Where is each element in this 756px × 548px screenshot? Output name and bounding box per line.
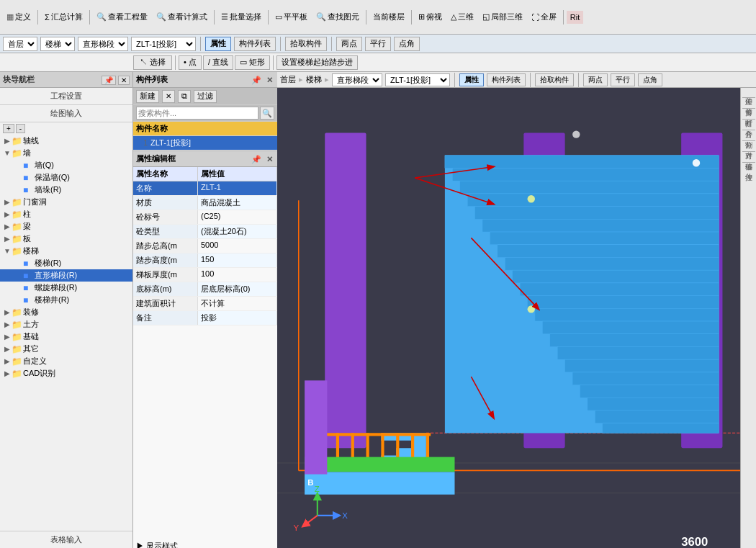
drawing-input[interactable]: 绘图输入 [0, 105, 132, 122]
btn-pick[interactable]: 拾取构件 [285, 37, 327, 51]
segment-select[interactable]: 直形梯段 [78, 37, 128, 51]
toolbar-btn-define[interactable]: ▦ 定义 [3, 9, 35, 24]
tree-item-straight-r[interactable]: ■ 直形梯段(R) [0, 269, 132, 282]
prop-row-1[interactable]: 材质 商品混凝土 [133, 196, 277, 210]
tree-item-slab[interactable]: ▶ 📁 板 [0, 233, 132, 245]
btn-line[interactable]: / 直线 [203, 55, 233, 70]
btn-two-point[interactable]: 两点 [336, 37, 362, 51]
btn-parallel[interactable]: 平行 [365, 37, 391, 51]
prop-row-6[interactable]: 梯板厚度(m 100 [133, 268, 277, 282]
tree-item-foundation[interactable]: ▶ 📁 基础 [0, 331, 132, 343]
vt-label-trim[interactable]: 修剪 [744, 100, 754, 106]
tree-item-earth[interactable]: ▶ 📁 土方 [0, 318, 132, 331]
vt-label-align[interactable]: 对齐 [744, 143, 754, 149]
tree-item-door-window[interactable]: ▶ 📁 门窗洞 [0, 196, 132, 208]
prop-expand-style[interactable]: ▶ 显示样式 [133, 539, 277, 548]
prop-row-0[interactable]: 名称 ZLT-1 [133, 181, 277, 196]
btn-rect[interactable]: ▭ 矩形 [235, 55, 270, 70]
vt-btn-pick[interactable]: 拾取构件 [535, 73, 574, 86]
nav-close-btn[interactable]: ✕ [118, 76, 130, 85]
toolbar-btn-fullscreen[interactable]: ⛶ 全屏 [528, 9, 560, 24]
prop-editor-close[interactable]: ✕ [265, 155, 274, 163]
toolbar-btn-view[interactable]: 🔍 查看工程量 [93, 9, 151, 24]
prop-row-7[interactable]: 底标高(m) 层底层标高(0) [133, 282, 277, 297]
toolbar-btn-3d[interactable]: △ 三维 [447, 9, 477, 24]
tree-item-decoration[interactable]: ▶ 📁 装修 [0, 306, 132, 318]
btn-filter-comp[interactable]: 过滤 [194, 90, 217, 103]
toolbar-btn-topview[interactable]: ⊞ 俯视 [415, 9, 446, 24]
vt-label-merge[interactable]: 合并 [744, 122, 754, 127]
id-select[interactable]: ZLT-1[投影] [131, 37, 196, 51]
btn-copy-comp[interactable]: ⧉ [178, 90, 191, 103]
viewport-3d[interactable]: X Z Y [277, 88, 740, 548]
tree-item-wall[interactable]: ▼ 📁 墙 [0, 147, 132, 159]
btn-dot[interactable]: 点角 [394, 37, 420, 51]
btn-property[interactable]: 属性 [205, 37, 231, 51]
vt-label-offset[interactable]: 偏移 [744, 154, 754, 160]
vt-label-break[interactable]: 打断 [744, 111, 754, 117]
bottom-input[interactable]: 表格输入 [0, 531, 132, 548]
tree-item-wall-inner[interactable]: ■ 墙(Q) [0, 159, 132, 171]
prop-row-8[interactable]: 建筑面积计 不计算 [133, 297, 277, 311]
toolbar-btn-floor[interactable]: 当前楼层 [369, 9, 408, 24]
prop-editor-pin[interactable]: 📌 [250, 155, 263, 163]
vt-label-split[interactable]: 分割 [744, 132, 754, 138]
btn-point[interactable]: • 点 [179, 55, 202, 70]
btn-select[interactable]: ↖ 选择 [133, 55, 172, 70]
toolbar-btn-formula[interactable]: 🔍 查看计算式 [153, 9, 211, 24]
prop-col-name: 属性名称 [133, 167, 198, 181]
toolbar-btn-find[interactable]: 🔍 查找图元 [312, 9, 363, 24]
btn-comp-list[interactable]: 构件列表 [234, 37, 276, 51]
toolbar-btn-batch[interactable]: ☰ 批量选择 [217, 9, 265, 24]
component-select[interactable]: 楼梯 [40, 37, 75, 51]
prop-row-5[interactable]: 踏步高度(m 150 [133, 253, 277, 268]
vt-label-extend[interactable]: 延伸 [744, 89, 754, 95]
vt-btn-dot[interactable]: 点角 [638, 73, 662, 86]
vt-btn-property[interactable]: 属性 [459, 73, 484, 86]
comp-list-close[interactable]: ✕ [265, 76, 274, 84]
id-select2[interactable]: ZLT-1[投影] [385, 73, 450, 86]
comp-row-1[interactable]: 1 ZLT-1[投影] [133, 136, 277, 151]
comp-search-btn[interactable]: 🔍 [260, 107, 274, 120]
project-setup[interactable]: 工程设置 [0, 88, 132, 105]
tree-item-wall-r[interactable]: ■ 墙垛(R) [0, 184, 132, 196]
btn-delete-comp[interactable]: ✕ [162, 90, 175, 103]
prop-row-2[interactable]: 砼标号 (C25) [133, 210, 277, 225]
prop-row-9[interactable]: 备注 投影 [133, 311, 277, 325]
nav-pin-btn[interactable]: 📌 [102, 76, 116, 85]
btn-stair-setting[interactable]: 设置楼梯起始踏步进 [276, 55, 358, 70]
segment-select2[interactable]: 直形梯段 [332, 73, 382, 86]
vt-btn-comp-list[interactable]: 构件列表 [487, 73, 526, 86]
tree-item-stair-r[interactable]: ■ 楼梯(R) [0, 257, 132, 269]
item-icon: ■ [23, 295, 33, 305]
tree-item-spiral-r[interactable]: ■ 螺旋梯段(R) [0, 282, 132, 294]
tree-item-stair[interactable]: ▼ 📁 楼梯 [0, 245, 132, 257]
btn-new-comp[interactable]: 新建 [136, 90, 159, 103]
tree-item-insulation[interactable]: ■ 保温墙(Q) [0, 171, 132, 184]
toolbar-btn-calc[interactable]: Σ 汇总计算 [41, 9, 86, 24]
svg-rect-20 [513, 270, 719, 283]
toolbar-btn-flat[interactable]: ▭ 平平板 [271, 9, 311, 24]
tree-item-axis[interactable]: ▶ 📁 轴线 [0, 135, 132, 147]
tree-item-other[interactable]: ▶ 📁 其它 [0, 343, 132, 355]
floor-display: 首层 [280, 74, 296, 85]
tree-item-cad[interactable]: ▶ 📁 CAD识别 [0, 367, 132, 379]
toolbar-btn-local3d[interactable]: ◱ 局部三维 [479, 9, 526, 24]
prop-row-4[interactable]: 踏步总高(m 5000 [133, 239, 277, 253]
tree-item-stair-well[interactable]: ■ 楼梯井(R) [0, 294, 132, 306]
3d-icon: △ [451, 12, 456, 22]
comp-list-pin[interactable]: 📌 [250, 76, 263, 84]
vt-btn-parallel[interactable]: 平行 [611, 73, 635, 86]
floor-select[interactable]: 首层 [3, 37, 37, 51]
prop-row-3[interactable]: 砼类型 (混凝土20石) [133, 225, 277, 239]
tree-item-custom[interactable]: ▶ 📁 自定义 [0, 355, 132, 367]
collapse-all-btn[interactable]: - [16, 124, 25, 133]
comp-search-input[interactable] [136, 107, 258, 120]
tree-item-beam[interactable]: ▶ 📁 梁 [0, 220, 132, 233]
tree-item-column[interactable]: ▶ 📁 柱 [0, 208, 132, 220]
vt-label-stretch[interactable]: 拉伸 [744, 165, 754, 171]
folder-icon: 📁 [12, 344, 22, 354]
vt-btn-two-point[interactable]: 两点 [583, 73, 608, 86]
expand-all-btn[interactable]: + [3, 124, 14, 133]
toolbar-btn-rit[interactable]: Rit [567, 11, 583, 24]
